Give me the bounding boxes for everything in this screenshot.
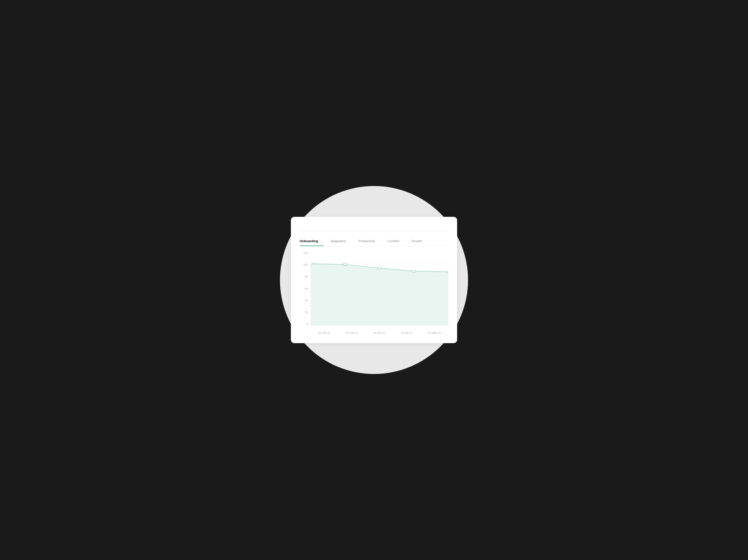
- y-label: 80: [300, 275, 308, 278]
- card-description: [300, 227, 448, 232]
- y-label: 20: [300, 311, 308, 314]
- y-label: 100: [300, 263, 308, 266]
- tab-comfort[interactable]: Comfort: [388, 237, 404, 246]
- tab-onboarding[interactable]: Onboarding: [300, 237, 324, 246]
- svg-point-8: [377, 267, 382, 269]
- chart-area: 020406080100120 01 Jan 2101 Feb 2101 Mar…: [310, 251, 448, 335]
- svg-point-7: [343, 263, 347, 265]
- x-axis: 01 Jan 2101 Feb 2101 Mar 2101 Apr 2101 M…: [310, 326, 448, 335]
- y-label: 0: [300, 322, 308, 326]
- chart-svg: [310, 251, 448, 326]
- x-label: 01 Mar 21: [366, 331, 393, 335]
- x-label: 01 Apr 21: [393, 331, 421, 335]
- y-label: 60: [300, 287, 308, 290]
- tab-growth[interactable]: Growth: [412, 237, 427, 246]
- tab-adaptation[interactable]: Adaptation: [330, 237, 351, 246]
- y-label: 120: [300, 251, 308, 254]
- background-circle: OnboardingAdaptationProductivityComfortG…: [280, 186, 468, 374]
- x-label: 01 Jan 21: [310, 331, 338, 335]
- y-label: 40: [300, 299, 308, 302]
- y-axis: 020406080100120: [300, 251, 308, 326]
- tab-productivity[interactable]: Productivity: [358, 237, 381, 246]
- card: OnboardingAdaptationProductivityComfortG…: [291, 217, 457, 343]
- svg-point-9: [412, 270, 416, 272]
- tabs-container: OnboardingAdaptationProductivityComfortG…: [300, 237, 448, 246]
- x-label: 01 Feb 21: [338, 331, 366, 335]
- chart-inner: [310, 251, 448, 326]
- x-label: 01 May 21: [421, 331, 448, 335]
